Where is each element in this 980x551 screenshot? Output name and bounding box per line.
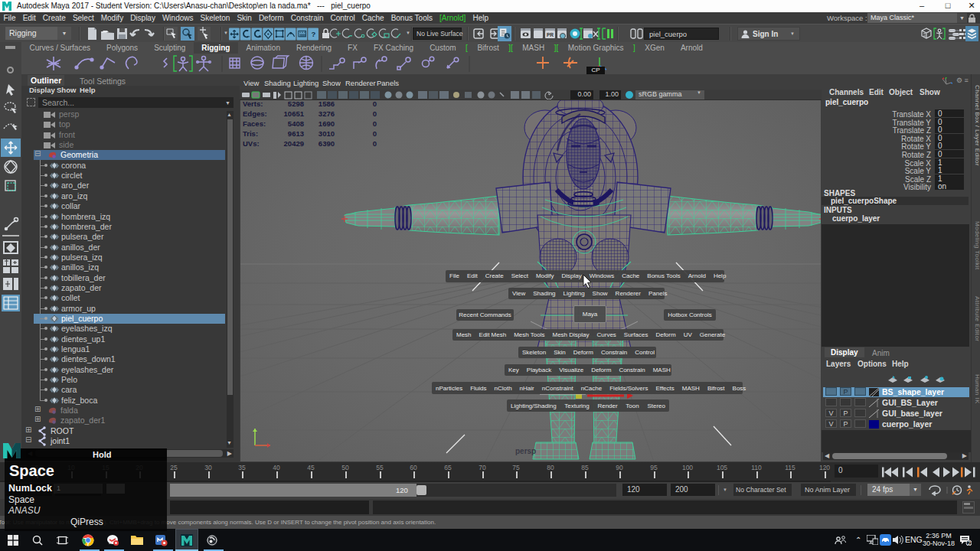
svg-text:2: 2	[968, 540, 971, 546]
svg-text:?: ?	[312, 30, 316, 38]
svg-text:PR: PR	[547, 32, 554, 37]
